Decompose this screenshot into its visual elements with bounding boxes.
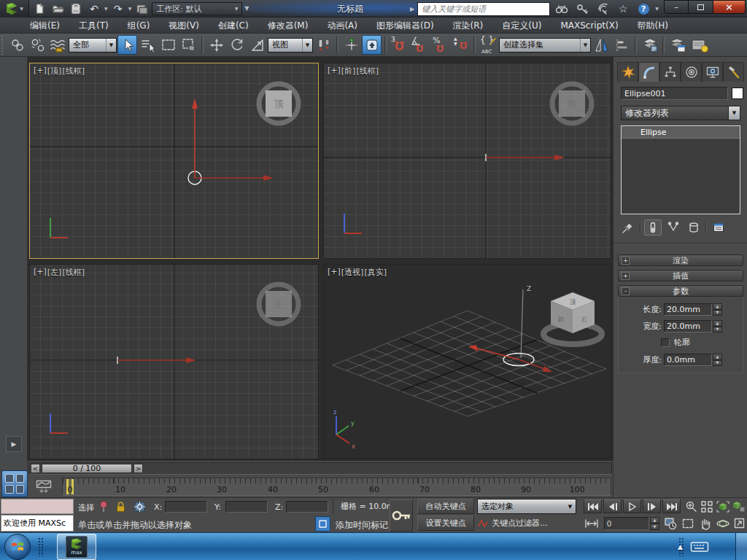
menu-maxscript[interactable]: MAXScript(X) bbox=[551, 18, 627, 34]
pin-stack-button[interactable] bbox=[619, 219, 637, 236]
viewport-shading-button[interactable]: [线框] bbox=[62, 267, 85, 278]
z-coord-field[interactable] bbox=[286, 501, 328, 513]
track-bar[interactable]: 0 10 20 30 40 50 60 70 80 90 100 bbox=[62, 478, 611, 496]
viewport-menu-button[interactable]: [+] bbox=[34, 66, 47, 77]
next-frame-playback-button[interactable] bbox=[643, 499, 661, 513]
add-time-tag[interactable]: 添加时间标记 bbox=[336, 519, 388, 532]
show-desktop-button[interactable] bbox=[735, 533, 747, 560]
rollout-rendering[interactable]: + 渲染 bbox=[618, 254, 743, 266]
gizmo-z-axis[interactable] bbox=[521, 289, 523, 358]
remove-modifier-button[interactable] bbox=[685, 219, 703, 236]
keyboard-shortcut-override-button[interactable] bbox=[362, 35, 382, 55]
rectangular-selection-region-button[interactable] bbox=[158, 35, 178, 55]
menu-rendering[interactable]: 渲染(R) bbox=[444, 18, 493, 34]
orbit-button[interactable] bbox=[715, 516, 731, 530]
configure-modifier-sets-button[interactable] bbox=[710, 219, 727, 236]
snaps-toggle-button[interactable]: 3 Ω bbox=[390, 35, 409, 55]
workspace-dropdown[interactable]: 工作区: 默认 ▼ bbox=[152, 2, 242, 15]
license-button[interactable] bbox=[573, 1, 591, 16]
maxscript-mini-listener-white[interactable]: 欢迎使用 MAXSc bbox=[1, 515, 74, 532]
gizmo-x-axis[interactable] bbox=[519, 359, 546, 370]
mini-curve-editor-button[interactable] bbox=[34, 478, 54, 495]
viewport-view-button[interactable]: [顶] bbox=[47, 66, 62, 77]
pan-view-button[interactable] bbox=[697, 516, 713, 530]
menu-animation[interactable]: 动画(A) bbox=[317, 18, 367, 34]
select-and-move-button[interactable] bbox=[206, 35, 226, 55]
viewport-menu-button[interactable]: [+] bbox=[328, 267, 341, 278]
help-arrow-icon[interactable]: ▼ bbox=[655, 7, 659, 11]
length-field[interactable] bbox=[664, 303, 712, 316]
menu-group[interactable]: 组(G) bbox=[118, 18, 160, 34]
viewport-perspective[interactable]: [+][透视][真实] 顶 前 右 Z bbox=[323, 264, 611, 459]
menu-graph-editors[interactable]: 图形编辑器(D) bbox=[367, 18, 444, 34]
go-to-start-button[interactable] bbox=[584, 499, 602, 513]
y-coord-field[interactable] bbox=[225, 501, 268, 513]
start-button[interactable] bbox=[4, 534, 31, 560]
save-file-button[interactable] bbox=[68, 1, 84, 16]
favorites-button[interactable]: ☆ bbox=[614, 1, 632, 16]
viewport-view-button[interactable]: [透视] bbox=[341, 267, 364, 278]
viewport-menu-button[interactable]: [+] bbox=[34, 267, 47, 278]
viewport-shading-button[interactable]: [线框] bbox=[62, 66, 85, 77]
key-mode-toggle-button[interactable] bbox=[582, 516, 601, 530]
time-configuration-button[interactable] bbox=[662, 516, 678, 530]
stack-item-ellipse[interactable]: Ellipse bbox=[622, 126, 740, 139]
viewport-view-button[interactable]: [左] bbox=[47, 267, 62, 278]
absolute-mode-icon[interactable] bbox=[133, 500, 147, 513]
tab-utilities[interactable] bbox=[723, 62, 744, 82]
viewport-left[interactable]: [+][左][线框] 左 bbox=[29, 264, 319, 459]
toolbar-grip[interactable] bbox=[1, 36, 4, 55]
viewport-front[interactable]: [+][前][线框] 前 bbox=[323, 63, 611, 259]
input-keyboard-tray-icon[interactable] bbox=[690, 540, 709, 553]
play-animation-button[interactable] bbox=[623, 499, 641, 513]
set-key-toggle-button[interactable] bbox=[390, 499, 413, 532]
select-and-rotate-button[interactable] bbox=[227, 35, 247, 55]
viewport-top[interactable]: [+][顶][线框] 顶 bbox=[29, 63, 319, 259]
zoom-extents-button[interactable] bbox=[715, 499, 731, 513]
edit-named-selection-sets-button[interactable]: { } ABC bbox=[479, 35, 498, 55]
menu-tools[interactable]: 工具(T) bbox=[69, 18, 118, 34]
align-button[interactable] bbox=[612, 35, 632, 55]
viewport-shading-button[interactable]: [线框] bbox=[356, 66, 379, 77]
menu-help[interactable]: 帮助(H) bbox=[628, 18, 678, 34]
scene-explorer-button[interactable] bbox=[667, 35, 687, 55]
rollout-interpolation[interactable]: + 插值 bbox=[618, 270, 743, 281]
project-folder-button[interactable] bbox=[133, 1, 150, 16]
redo-history-arrow-icon[interactable]: ▼ bbox=[128, 7, 132, 11]
thickness-spinner[interactable]: ▲▼ bbox=[713, 354, 722, 366]
viewport-menu-button[interactable]: [+] bbox=[328, 66, 341, 77]
object-name-field[interactable] bbox=[621, 87, 728, 100]
bind-to-space-warp-button[interactable] bbox=[48, 35, 68, 55]
time-slider-track[interactable]: < 0 / 100 > bbox=[28, 462, 612, 475]
use-pivot-point-center-button[interactable] bbox=[314, 35, 333, 55]
previous-frame-playback-button[interactable] bbox=[603, 499, 622, 513]
tab-create[interactable] bbox=[617, 62, 638, 82]
current-frame-field[interactable] bbox=[604, 517, 649, 530]
layer-manager-button[interactable] bbox=[640, 35, 659, 55]
select-and-link-button[interactable] bbox=[7, 35, 27, 55]
help-button[interactable]: ? bbox=[635, 1, 652, 16]
viewport-layout-button[interactable] bbox=[1, 470, 28, 497]
menu-create[interactable]: 创建(C) bbox=[209, 18, 258, 34]
redo-button[interactable]: ↷ bbox=[110, 1, 126, 16]
tab-modify[interactable] bbox=[638, 62, 659, 82]
unlink-selection-button[interactable] bbox=[28, 35, 47, 55]
viewport-view-button[interactable]: [前] bbox=[341, 66, 356, 77]
close-button[interactable]: × bbox=[713, 0, 746, 14]
menu-views[interactable]: 视图(V) bbox=[159, 18, 209, 34]
tab-display[interactable] bbox=[702, 62, 723, 82]
maximize-viewport-toggle-button[interactable] bbox=[732, 516, 746, 530]
maximize-button[interactable] bbox=[689, 0, 713, 14]
length-spinner[interactable]: ▲▼ bbox=[713, 303, 722, 316]
show-hidden-icons-button[interactable]: ▲ bbox=[678, 543, 683, 551]
key-filter-mode-dropdown[interactable]: 选定对象 ▼ bbox=[477, 499, 576, 514]
percent-snap-toggle-button[interactable]: % Ω bbox=[430, 35, 450, 55]
auto-key-button[interactable]: 自动关键点 bbox=[417, 499, 474, 514]
status-pin-icon[interactable] bbox=[98, 500, 109, 513]
zoom-all-button[interactable] bbox=[699, 499, 715, 513]
object-color-swatch[interactable] bbox=[732, 88, 743, 99]
undo-history-arrow-icon[interactable]: ▼ bbox=[104, 7, 108, 11]
mirror-button[interactable] bbox=[592, 35, 611, 55]
go-to-end-button[interactable] bbox=[662, 499, 681, 513]
tab-hierarchy[interactable] bbox=[659, 62, 681, 82]
